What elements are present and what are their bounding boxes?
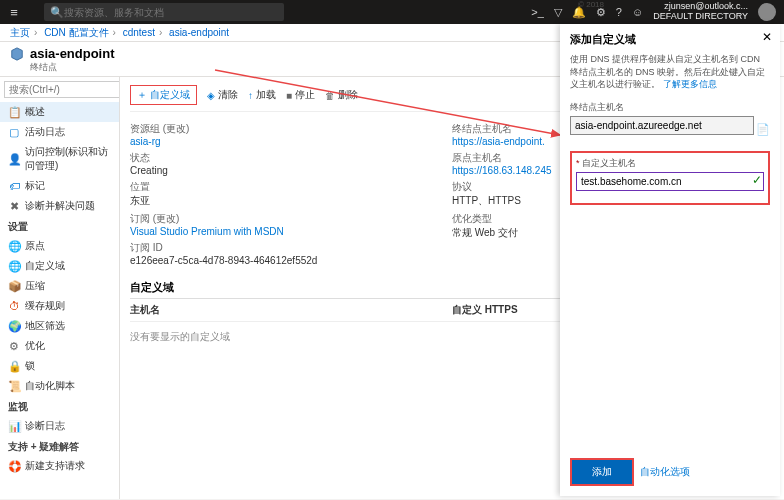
menu-search-input[interactable] — [4, 81, 120, 98]
page-title: asia-endpoint — [30, 46, 115, 61]
menu-label: 概述 — [25, 105, 45, 119]
sidebar-group-head: 设置 — [0, 216, 119, 236]
delete-button[interactable]: 🗑删除 — [325, 88, 358, 102]
sidebar-item[interactable]: 🛟新建支持请求 — [0, 456, 119, 476]
prop-value: e126eea7-c5ca-4d78-8943-464612ef552d — [130, 255, 452, 266]
add-button[interactable]: 添加 — [570, 458, 634, 486]
endpoint-icon — [10, 47, 24, 61]
user-directory: DEFAULT DIRECTORY — [653, 12, 748, 22]
check-icon: ✓ — [752, 173, 762, 187]
prop-value: 东亚 — [130, 194, 452, 208]
panel-desc: 使用 DNS 提供程序创建从自定义主机名到 CDN 终结点主机名的 DNS 映射… — [570, 53, 770, 91]
menu-label: 自定义域 — [25, 259, 65, 273]
stop-button[interactable]: ■停止 — [286, 88, 315, 102]
menu-label: 活动日志 — [25, 125, 65, 139]
purge-button[interactable]: ◈清除 — [207, 88, 238, 102]
sidebar-item[interactable]: 🏷标记 — [0, 176, 119, 196]
prop-value: Creating — [130, 165, 452, 176]
menu-label: 标记 — [25, 179, 45, 193]
automation-link[interactable]: 自动化选项 — [640, 465, 690, 479]
sidebar-item[interactable]: 👤访问控制(标识和访问管理) — [0, 142, 119, 176]
filter-icon[interactable]: ▽ — [554, 6, 562, 19]
prop-label: 位置 — [130, 180, 452, 194]
sidebar-item[interactable]: 🌐原点 — [0, 236, 119, 256]
sidebar-item[interactable]: 📜自动化脚本 — [0, 376, 119, 396]
sidebar-item[interactable]: ⚙优化 — [0, 336, 119, 356]
resource-menu: « 📋概述▢活动日志👤访问控制(标识和访问管理)🏷标记✖诊断并解决问题设置🌐原点… — [0, 77, 120, 499]
menu-icon: 🏷 — [8, 180, 20, 192]
load-button[interactable]: ↑加载 — [248, 88, 276, 102]
custom-hostname-group: *自定义主机名 ✓ — [570, 151, 770, 205]
breadcrumb-item[interactable]: cdntest — [123, 27, 155, 38]
breadcrumb-item[interactable]: CDN 配置文件 — [44, 27, 108, 38]
prop-label: 订阅 ID — [130, 241, 452, 255]
menu-icon: 👤 — [8, 153, 20, 166]
menu-icon: 📜 — [8, 380, 20, 393]
menu-label: 访问控制(标识和访问管理) — [25, 145, 111, 173]
col-hostname: 主机名 — [130, 303, 452, 317]
search-icon: 🔍 — [50, 6, 64, 19]
load-icon: ↑ — [248, 90, 253, 101]
prop-label: 资源组 (更改) — [130, 122, 452, 136]
close-icon[interactable]: ✕ — [762, 30, 772, 44]
menu-label: 自动化脚本 — [25, 379, 75, 393]
feedback-icon[interactable]: ☺ — [632, 6, 643, 18]
delete-icon: 🗑 — [325, 90, 335, 101]
menu-icon: 📊 — [8, 420, 20, 433]
stop-icon: ■ — [286, 90, 292, 101]
breadcrumb-item[interactable]: asia-endpoint — [169, 27, 229, 38]
menu-label: 诊断并解决问题 — [25, 199, 95, 213]
menu-label: 诊断日志 — [25, 419, 65, 433]
help-icon[interactable]: ? — [616, 6, 622, 18]
user-info[interactable]: zjunsen@outlook.c... DEFAULT DIRECTORY — [653, 2, 748, 22]
panel-title: 添加自定义域 — [570, 32, 770, 47]
menu-label: 新建支持请求 — [25, 459, 85, 473]
top-bar: ≡ 🔍 >_ ▽ 🔔 ⚙ ? ☺ zjunsen@outlook.c... DE… — [0, 0, 784, 24]
menu-icon: 🌐 — [8, 240, 20, 253]
menu-label: 优化 — [25, 339, 45, 353]
global-search-input[interactable] — [64, 7, 278, 18]
sidebar-group-head: 支持 + 疑难解答 — [0, 436, 119, 456]
sidebar-item[interactable]: ▢活动日志 — [0, 122, 119, 142]
prop-label: 状态 — [130, 151, 452, 165]
menu-label: 压缩 — [25, 279, 45, 293]
copy-icon[interactable]: 📄 — [756, 123, 770, 136]
menu-icon: 🛟 — [8, 460, 20, 473]
menu-icon: 📦 — [8, 280, 20, 293]
endpoint-hostname-input — [570, 116, 754, 135]
endpoint-label: 终结点主机名 — [570, 101, 770, 114]
purge-icon: ◈ — [207, 90, 215, 101]
sidebar-item[interactable]: ✖诊断并解决问题 — [0, 196, 119, 216]
menu-icon: 🔒 — [8, 360, 20, 373]
sidebar-item[interactable]: 📊诊断日志 — [0, 416, 119, 436]
menu-label: 地区筛选 — [25, 319, 65, 333]
breadcrumb-item[interactable]: 主页 — [10, 27, 30, 38]
sidebar-item[interactable]: 📋概述 — [0, 102, 119, 122]
sidebar-item[interactable]: 📦压缩 — [0, 276, 119, 296]
sidebar-item[interactable]: 🌍地区筛选 — [0, 316, 119, 336]
menu-label: 缓存规则 — [25, 299, 65, 313]
menu-label: 锁 — [25, 359, 35, 373]
sidebar-item[interactable]: 🌐自定义域 — [0, 256, 119, 276]
add-domain-button[interactable]: ＋自定义域 — [130, 85, 197, 105]
prop-value[interactable]: asia-rg — [130, 136, 452, 147]
global-search[interactable]: 🔍 — [44, 3, 284, 21]
menu-icon: ▢ — [8, 126, 20, 139]
menu-icon: ✖ — [8, 200, 20, 213]
menu-icon: 🌐 — [8, 260, 20, 273]
menu-label: 原点 — [25, 239, 45, 253]
prop-label: 订阅 (更改) — [130, 212, 452, 226]
plus-icon: ＋ — [137, 88, 147, 102]
sidebar-item[interactable]: ⏱缓存规则 — [0, 296, 119, 316]
custom-hostname-input[interactable] — [576, 172, 764, 191]
cloudshell-icon[interactable]: >_ — [531, 6, 544, 18]
avatar[interactable] — [758, 3, 776, 21]
hamburger-icon[interactable]: ≡ — [0, 5, 28, 20]
menu-icon: 🌍 — [8, 320, 20, 333]
sidebar-item[interactable]: 🔒锁 — [0, 356, 119, 376]
menu-icon: 📋 — [8, 106, 20, 119]
prop-value[interactable]: Visual Studio Premium with MSDN — [130, 226, 452, 237]
learn-more-link[interactable]: 了解更多信息 — [663, 79, 717, 89]
sidebar-group-head: 监视 — [0, 396, 119, 416]
add-domain-panel: ✕ 添加自定义域 使用 DNS 提供程序创建从自定义主机名到 CDN 终结点主机… — [560, 24, 780, 496]
